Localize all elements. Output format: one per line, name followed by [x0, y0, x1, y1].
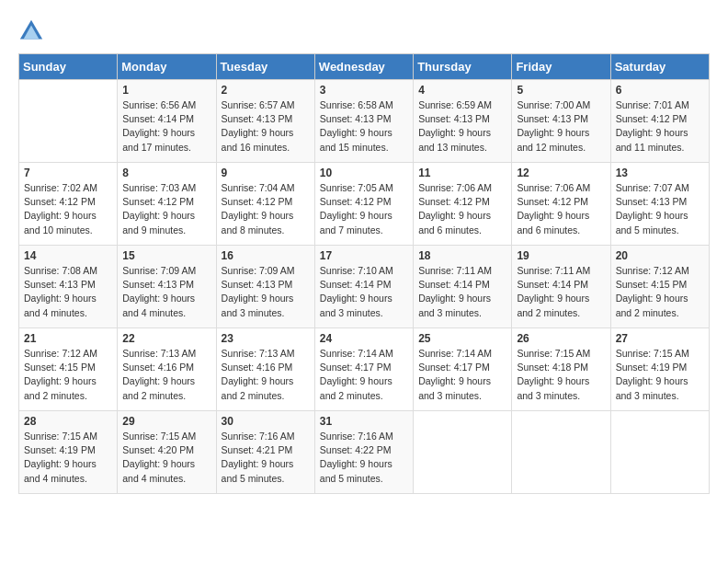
calendar-cell: 24Sunrise: 7:14 AMSunset: 4:17 PMDayligh…: [314, 328, 413, 411]
calendar-cell: 31Sunrise: 7:16 AMSunset: 4:22 PMDayligh…: [314, 411, 413, 494]
day-number: 13: [616, 167, 704, 179]
day-info: Sunrise: 7:02 AMSunset: 4:12 PMDaylight:…: [24, 181, 112, 237]
calendar-cell: 1Sunrise: 6:56 AMSunset: 4:14 PMDaylight…: [118, 80, 216, 163]
day-number: 24: [320, 332, 408, 345]
calendar-cell: 22Sunrise: 7:13 AMSunset: 4:16 PMDayligh…: [118, 328, 216, 411]
weekday-header: Tuesday: [216, 54, 314, 80]
day-info: Sunrise: 7:15 AMSunset: 4:19 PMDaylight:…: [24, 430, 112, 486]
weekday-header: Sunday: [19, 54, 118, 80]
day-number: 9: [222, 167, 310, 179]
calendar-cell: 11Sunrise: 7:06 AMSunset: 4:12 PMDayligh…: [414, 163, 512, 246]
day-number: 11: [418, 167, 506, 179]
day-number: 22: [122, 332, 210, 345]
day-info: Sunrise: 7:06 AMSunset: 4:12 PMDaylight:…: [517, 181, 605, 237]
day-number: 4: [418, 84, 506, 97]
calendar-cell: 8Sunrise: 7:03 AMSunset: 4:12 PMDaylight…: [118, 163, 216, 246]
day-number: 10: [320, 167, 408, 179]
day-info: Sunrise: 6:58 AMSunset: 4:13 PMDaylight:…: [320, 98, 408, 155]
calendar-cell: 18Sunrise: 7:11 AMSunset: 4:14 PMDayligh…: [414, 246, 512, 328]
weekday-header: Saturday: [610, 54, 709, 80]
calendar-cell: [512, 411, 610, 494]
calendar-cell: 28Sunrise: 7:15 AMSunset: 4:19 PMDayligh…: [19, 411, 118, 494]
day-info: Sunrise: 7:14 AMSunset: 4:17 PMDaylight:…: [320, 347, 408, 403]
day-number: 17: [320, 249, 408, 262]
calendar-cell: 29Sunrise: 7:15 AMSunset: 4:20 PMDayligh…: [118, 411, 216, 494]
calendar-cell: 10Sunrise: 7:05 AMSunset: 4:12 PMDayligh…: [314, 163, 413, 246]
day-number: 26: [517, 332, 605, 345]
calendar-cell: 30Sunrise: 7:16 AMSunset: 4:21 PMDayligh…: [216, 411, 314, 494]
calendar-cell: 7Sunrise: 7:02 AMSunset: 4:12 PMDaylight…: [19, 163, 118, 246]
weekday-header-row: SundayMondayTuesdayWednesdayThursdayFrid…: [19, 54, 710, 80]
day-info: Sunrise: 6:57 AMSunset: 4:13 PMDaylight:…: [222, 98, 310, 155]
calendar-cell: 15Sunrise: 7:09 AMSunset: 4:13 PMDayligh…: [118, 246, 216, 328]
day-number: 2: [222, 84, 310, 97]
day-info: Sunrise: 7:05 AMSunset: 4:12 PMDaylight:…: [320, 181, 408, 237]
day-number: 7: [24, 167, 112, 179]
day-number: 6: [616, 84, 704, 97]
day-info: Sunrise: 7:16 AMSunset: 4:22 PMDaylight:…: [320, 430, 408, 486]
calendar-table: SundayMondayTuesdayWednesdayThursdayFrid…: [18, 53, 710, 494]
calendar-cell: 14Sunrise: 7:08 AMSunset: 4:13 PMDayligh…: [19, 246, 118, 328]
day-number: 8: [122, 167, 210, 179]
day-number: 25: [418, 332, 506, 345]
day-number: 30: [222, 415, 310, 428]
day-info: Sunrise: 7:09 AMSunset: 4:13 PMDaylight:…: [122, 264, 210, 320]
calendar-cell: 21Sunrise: 7:12 AMSunset: 4:15 PMDayligh…: [19, 328, 118, 411]
calendar-cell: 27Sunrise: 7:15 AMSunset: 4:19 PMDayligh…: [610, 328, 709, 411]
day-number: 20: [616, 249, 704, 262]
day-info: Sunrise: 7:15 AMSunset: 4:18 PMDaylight:…: [517, 347, 605, 403]
day-number: 18: [418, 249, 506, 262]
day-info: Sunrise: 7:10 AMSunset: 4:14 PMDaylight:…: [320, 264, 408, 320]
day-number: 27: [616, 332, 704, 345]
day-info: Sunrise: 7:11 AMSunset: 4:14 PMDaylight:…: [418, 264, 506, 320]
day-number: 31: [320, 415, 408, 428]
calendar-cell: 2Sunrise: 6:57 AMSunset: 4:13 PMDaylight…: [216, 80, 314, 163]
day-info: Sunrise: 6:59 AMSunset: 4:13 PMDaylight:…: [418, 98, 506, 155]
day-number: 3: [320, 84, 408, 97]
day-info: Sunrise: 7:04 AMSunset: 4:12 PMDaylight:…: [222, 181, 310, 237]
day-info: Sunrise: 6:56 AMSunset: 4:14 PMDaylight:…: [122, 98, 210, 155]
calendar-cell: 12Sunrise: 7:06 AMSunset: 4:12 PMDayligh…: [512, 163, 610, 246]
day-info: Sunrise: 7:15 AMSunset: 4:20 PMDaylight:…: [122, 430, 210, 486]
calendar-cell: 16Sunrise: 7:09 AMSunset: 4:13 PMDayligh…: [216, 246, 314, 328]
page-header: [18, 18, 710, 44]
day-info: Sunrise: 7:06 AMSunset: 4:12 PMDaylight:…: [418, 181, 506, 237]
weekday-header: Wednesday: [314, 54, 413, 80]
day-number: 5: [517, 84, 605, 97]
day-number: 15: [122, 249, 210, 262]
day-number: 21: [24, 332, 112, 345]
calendar-week-row: 7Sunrise: 7:02 AMSunset: 4:12 PMDaylight…: [19, 163, 710, 246]
calendar-week-row: 28Sunrise: 7:15 AMSunset: 4:19 PMDayligh…: [19, 411, 710, 494]
calendar-cell: 20Sunrise: 7:12 AMSunset: 4:15 PMDayligh…: [610, 246, 709, 328]
weekday-header: Thursday: [414, 54, 512, 80]
calendar-cell: 9Sunrise: 7:04 AMSunset: 4:12 PMDaylight…: [216, 163, 314, 246]
day-number: 19: [517, 249, 605, 262]
calendar-week-row: 14Sunrise: 7:08 AMSunset: 4:13 PMDayligh…: [19, 246, 710, 328]
day-info: Sunrise: 7:09 AMSunset: 4:13 PMDaylight:…: [222, 264, 310, 320]
weekday-header: Friday: [512, 54, 610, 80]
calendar-cell: [19, 80, 118, 163]
calendar-cell: 3Sunrise: 6:58 AMSunset: 4:13 PMDaylight…: [314, 80, 413, 163]
calendar-cell: 19Sunrise: 7:11 AMSunset: 4:14 PMDayligh…: [512, 246, 610, 328]
day-info: Sunrise: 7:16 AMSunset: 4:21 PMDaylight:…: [222, 430, 310, 486]
day-number: 14: [24, 249, 112, 262]
calendar-week-row: 1Sunrise: 6:56 AMSunset: 4:14 PMDaylight…: [19, 80, 710, 163]
day-number: 1: [122, 84, 210, 97]
calendar-cell: 17Sunrise: 7:10 AMSunset: 4:14 PMDayligh…: [314, 246, 413, 328]
calendar-cell: 25Sunrise: 7:14 AMSunset: 4:17 PMDayligh…: [414, 328, 512, 411]
day-number: 23: [222, 332, 310, 345]
calendar-cell: 5Sunrise: 7:00 AMSunset: 4:13 PMDaylight…: [512, 80, 610, 163]
calendar-cell: 23Sunrise: 7:13 AMSunset: 4:16 PMDayligh…: [216, 328, 314, 411]
calendar-cell: [610, 411, 709, 494]
day-number: 29: [122, 415, 210, 428]
calendar-week-row: 21Sunrise: 7:12 AMSunset: 4:15 PMDayligh…: [19, 328, 710, 411]
calendar-cell: 13Sunrise: 7:07 AMSunset: 4:13 PMDayligh…: [610, 163, 709, 246]
day-info: Sunrise: 7:07 AMSunset: 4:13 PMDaylight:…: [616, 181, 704, 237]
calendar-cell: 6Sunrise: 7:01 AMSunset: 4:12 PMDaylight…: [610, 80, 709, 163]
weekday-header: Monday: [118, 54, 216, 80]
day-number: 28: [24, 415, 112, 428]
day-number: 12: [517, 167, 605, 179]
day-info: Sunrise: 7:12 AMSunset: 4:15 PMDaylight:…: [24, 347, 112, 403]
logo: [18, 18, 48, 44]
day-info: Sunrise: 7:12 AMSunset: 4:15 PMDaylight:…: [616, 264, 704, 320]
